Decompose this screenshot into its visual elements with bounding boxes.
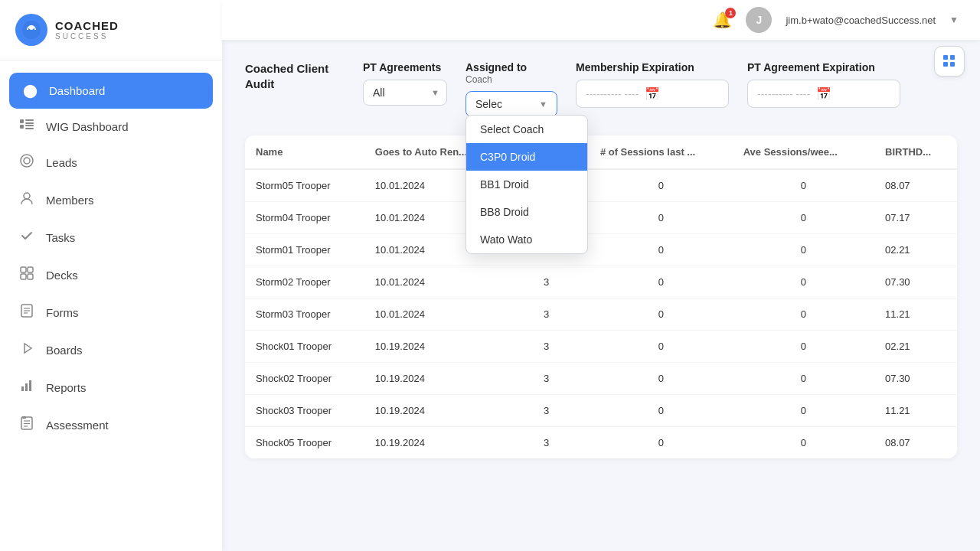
cell-ave-sessions: 0 [733,169,874,202]
cell-frequency: 3 [504,331,590,363]
leads-icon [18,154,35,171]
sidebar-item-label: Leads [46,156,77,169]
cell-auto-renew: 10.01.2024 [364,298,504,331]
sidebar-item-dashboard[interactable]: ⬤ Dashboard [9,73,213,109]
cell-ave-sessions: 0 [733,427,874,459]
data-table-container: Name Goes to Auto Ren... ...equency # of… [245,135,957,458]
cell-name: Storm05 Trooper [245,169,364,202]
cell-ave-sessions: 0 [733,234,874,266]
topbar: 🔔 1 J jim.b+wato@coachedSuccess.net ▼ [222,0,980,40]
sidebar-item-label: Decks [46,269,78,282]
sidebar-item-decks[interactable]: Decks [0,256,222,294]
notifications-bell[interactable]: 🔔 1 [713,11,732,29]
col-header-sessions-last: # of Sessions last ... [590,135,733,169]
table-row: Storm05 Trooper 10.01.2024 0 0 08.07 [245,169,957,202]
cell-frequency: 3 [504,363,590,395]
pt-calendar-icon[interactable]: 📅 [816,86,831,101]
page-title: Coached Client Audit [245,61,345,91]
sidebar-item-reports[interactable]: Reports [0,369,222,406]
sidebar-item-members[interactable]: Members [0,181,222,219]
table-header-row: Name Goes to Auto Ren... ...equency # of… [245,135,957,169]
dropdown-item-wato-wato[interactable]: Wato Wato [466,226,587,253]
col-header-birthday: BIRTHD... [874,135,957,169]
logo-icon [15,14,47,46]
pt-agreement-expiration-label: PT Agreement Expiration [747,61,900,73]
pt-agreements-label: PT Agreements [363,61,447,73]
svg-rect-12 [28,267,33,272]
sidebar-item-wig-dashboard[interactable]: WIG Dashboard [0,109,222,144]
cell-birthday: 11.21 [874,395,957,427]
pt-agreement-expiration-input[interactable]: ---------- ---- 📅 [747,80,900,108]
svg-rect-30 [943,62,948,67]
svg-rect-2 [20,119,24,123]
wig-dashboard-icon [18,119,35,134]
grid-view-button[interactable] [934,46,965,77]
forms-icon [18,304,35,321]
svg-rect-22 [29,380,31,391]
table-row: Shock05 Trooper 10.19.2024 3 0 0 08.07 [245,427,957,459]
table-row: Storm02 Trooper 10.01.2024 3 0 0 07.30 [245,266,957,298]
dropdown-item-c3po-droid[interactable]: C3P0 Droid [466,143,587,171]
col-header-ave-sessions: Ave Sessions/wee... [733,135,874,169]
cell-name: Storm04 Trooper [245,202,364,234]
user-avatar[interactable]: J [746,7,772,33]
cell-name: Shock03 Trooper [245,395,364,427]
cell-ave-sessions: 0 [733,266,874,298]
pt-agreement-expiration-filter: PT Agreement Expiration ---------- ---- … [747,61,900,108]
cell-name: Storm02 Trooper [245,266,364,298]
svg-rect-5 [25,122,34,124]
sidebar-item-boards[interactable]: Boards [0,331,222,369]
pt-agreements-select[interactable]: All [363,80,447,106]
svg-rect-27 [22,416,26,419]
page-title-group: Coached Client Audit [245,61,345,91]
svg-rect-14 [28,274,33,279]
coach-select-arrow-icon: ▼ [539,99,547,109]
dropdown-item-select-coach[interactable]: Select Coach [466,116,587,143]
cell-birthday: 08.07 [874,427,957,459]
svg-marker-19 [24,344,31,353]
dropdown-item-bb1-droid[interactable]: BB1 Droid [466,171,587,198]
sidebar-item-label: Boards [46,344,83,357]
sidebar-item-leads[interactable]: Leads [0,144,222,181]
cell-ave-sessions: 0 [733,202,874,234]
svg-point-9 [24,158,30,164]
cell-sessions-last: 0 [590,427,733,459]
cell-auto-renew: 10.01.2024 [364,266,504,298]
cell-name: Storm01 Trooper [245,234,364,266]
sidebar-item-tasks[interactable]: Tasks [0,219,222,256]
coach-dropdown: Select Coach C3P0 Droid BB1 Droid BB8 Dr… [466,115,588,254]
membership-expiration-input[interactable]: ---------- ---- 📅 [576,80,729,108]
sidebar-item-forms[interactable]: Forms [0,294,222,331]
cell-sessions-last: 0 [590,363,733,395]
table-row: Storm03 Trooper 10.01.2024 3 0 0 11.21 [245,298,957,331]
dashboard-icon: ⬤ [21,83,38,99]
sidebar-item-assessment[interactable]: Assessment [0,406,222,444]
dropdown-item-bb8-droid[interactable]: BB8 Droid [466,198,587,226]
cell-birthday: 07.30 [874,363,957,395]
svg-rect-13 [21,274,26,279]
sidebar: COACHED SUCCESS ⬤ Dashboard WIG Dashboar… [0,0,222,551]
assessment-icon [18,416,35,434]
svg-point-8 [21,155,33,167]
cell-frequency: 3 [504,298,590,331]
svg-rect-6 [25,125,34,126]
table-row: Shock01 Trooper 10.19.2024 3 0 0 02.21 [245,331,957,363]
coach-sub-label: Coach [466,74,557,85]
sidebar-item-label: Members [46,194,94,207]
filters-row: Coached Client Audit PT Agreements All ▼… [245,61,957,117]
coach-select-button[interactable]: Selec ▼ [466,91,557,117]
sidebar-item-label: Forms [46,306,79,319]
topbar-chevron-icon[interactable]: ▼ [949,15,959,25]
members-icon [18,191,35,209]
membership-date-value: ---------- ---- [586,88,639,100]
topbar-icons: 🔔 1 J jim.b+wato@coachedSuccess.net ▼ [713,7,959,33]
pt-date-value: ---------- ---- [757,88,810,100]
svg-rect-11 [21,267,26,272]
logo-area: COACHED SUCCESS [0,0,222,60]
user-email: jim.b+wato@coachedSuccess.net [786,15,936,26]
table-row: Storm01 Trooper 10.01.2024 3 0 0 02.21 [245,234,957,266]
svg-rect-29 [950,55,955,60]
membership-calendar-icon[interactable]: 📅 [645,86,660,101]
sidebar-item-label: WIG Dashboard [46,120,129,133]
svg-rect-28 [943,55,948,60]
